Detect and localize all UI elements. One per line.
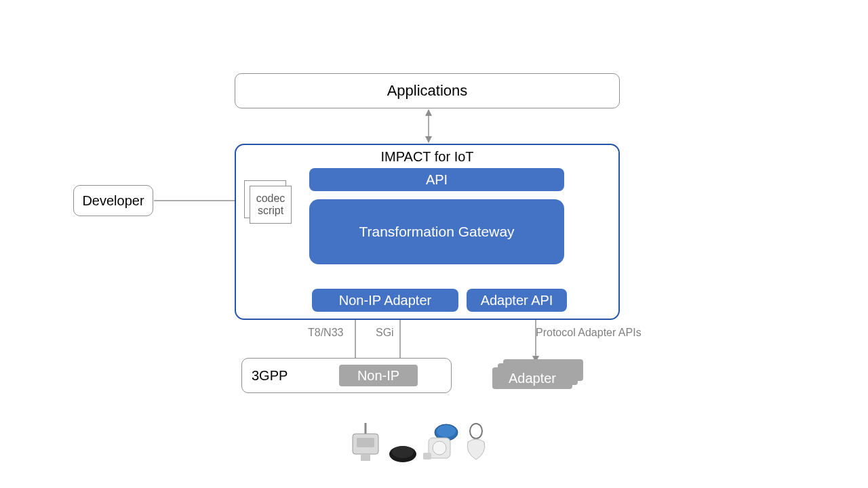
transformation-gateway-label: Transformation Gateway [359,224,514,240]
label-t8n33: T8/N33 [308,327,343,339]
diagram-stage: Applications Developer IMPACT for IoT co… [0,0,868,488]
sensor-antenna-icon [347,422,384,464]
svg-rect-3 [361,454,370,461]
keyfob-tag-icon [464,423,488,464]
label-protocol-adapter-apis: Protocol Adapter APIs [536,327,642,339]
applications-box: Applications [235,73,620,108]
svg-rect-10 [423,453,431,460]
svg-point-5 [392,446,414,458]
non-ip-label: Non-IP [357,368,399,384]
codec-line1: codec [256,192,285,205]
developer-label: Developer [82,193,144,209]
adapter-api-box: Adapter API [467,289,567,312]
non-ip-adapter-label: Non-IP Adapter [339,293,431,308]
adapter-stack-label: Adapter [509,371,556,386]
device-icons-cluster [347,422,488,464]
adapter-api-label: Adapter API [481,293,553,308]
adapter-stack-front: Adapter [492,367,572,389]
impact-title: IMPACT for IoT [235,146,620,167]
transformation-gateway-box: Transformation Gateway [309,199,564,264]
label-sgi: SGi [376,327,394,339]
non-ip-box: Non-IP [339,365,418,386]
svg-point-9 [433,441,446,455]
api-label: API [426,172,448,188]
api-box: API [309,168,564,191]
svg-point-11 [470,424,482,439]
applications-label: Applications [387,82,468,100]
pebble-device-icon [388,441,418,464]
svg-rect-2 [357,438,374,447]
developer-box: Developer [73,185,153,216]
svg-point-7 [437,425,456,437]
codec-line2: script [258,205,283,217]
gpp-title: 3GPP [252,368,288,384]
water-meter-icon [422,423,460,464]
codec-card-front: codec script [250,186,292,224]
non-ip-adapter-box: Non-IP Adapter [312,289,458,312]
